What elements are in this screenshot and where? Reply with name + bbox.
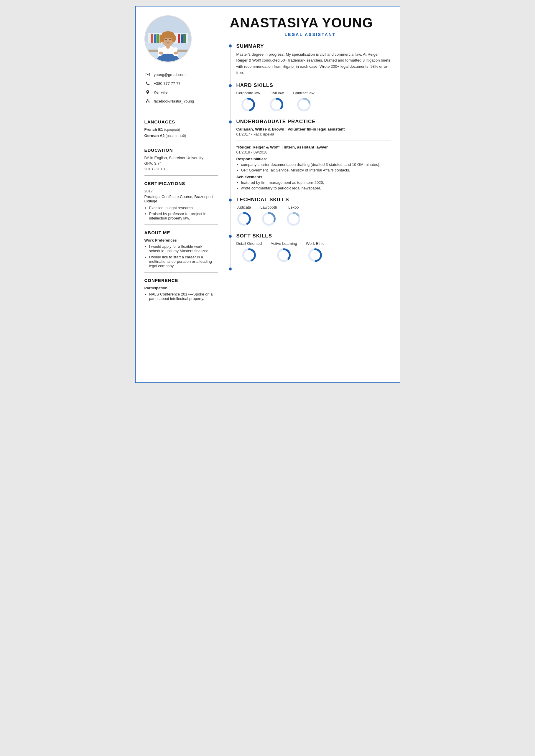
phone-value: +380 777 77 77: [154, 81, 181, 86]
job-title: LEGAL ASSISTANT: [230, 32, 391, 37]
tech-skill-3-label: Lexoo: [288, 205, 298, 209]
conference-section: CONFERENCE Participation NALS Conference…: [136, 278, 224, 301]
certifications-title: CERTIFICATIONS: [144, 181, 218, 186]
soft-skill-3-chart: [307, 248, 323, 263]
cert-bullet-1: Excelled in legal research.: [149, 206, 218, 210]
location-item: Kerrville: [144, 89, 218, 95]
timeline-dot-summary: [229, 44, 232, 47]
right-column: ANASTASIYA YOUNG LEGAL ASSISTANT SUMMARY…: [224, 7, 400, 382]
soft-skill-3-label: Work Ethic: [306, 241, 324, 246]
profile-photo: [144, 15, 192, 63]
achievements-title: Achievements:: [237, 175, 391, 179]
hard-skill-1-chart: [240, 97, 256, 112]
soft-skills-title: SOFT SKILLS: [237, 233, 391, 239]
phone-icon: [144, 80, 151, 87]
practice-1-employer: Callanan, Wiltse & Brown | Volunteer fil…: [237, 127, 391, 131]
hard-skill-3-label: Contract law: [293, 91, 314, 95]
education-section: EDUCATION BA in English, Schreiner Unive…: [136, 148, 224, 171]
svg-rect-5: [156, 34, 159, 43]
practice-divider: [237, 141, 391, 141]
soft-skill-1: Detail Oriented: [237, 241, 262, 263]
practice-position-2: "Reiger, Reiger & Wolf" | Intern, assist…: [237, 145, 391, 190]
language-2-lang: German A2: [144, 133, 165, 138]
bottom-spacer: [237, 265, 391, 270]
conf-part-title: Participation: [144, 286, 218, 290]
language-item-1: French B1 (средний): [144, 127, 218, 132]
resp-1: company charter documentation drafting (…: [241, 162, 391, 167]
email-value: young@gmail.com: [154, 72, 186, 77]
soft-skill-3: Work Ethic: [306, 241, 324, 263]
timeline-dot-soft: [229, 235, 232, 238]
cert-year: 2017: [144, 189, 218, 193]
languages-section: LANGUAGES French B1 (средний) German A2 …: [136, 119, 224, 138]
about-me-title: ABOUT ME: [144, 230, 218, 235]
divider-3: [144, 175, 218, 176]
timeline-dot-bottom: [229, 267, 232, 270]
tech-skill-2-label: Lawbooth: [261, 205, 277, 209]
cert-name: Paralegal Certificate Course, Brazosport…: [144, 195, 218, 203]
candidate-name: ANASTASIYA YOUNG: [230, 15, 391, 30]
summary-title: SUMMARY: [237, 43, 391, 49]
about-bullet-2: I would like to start a career in a mult…: [149, 255, 218, 268]
hard-skills-section: HARD SKILLS Corporate law Civil law: [237, 83, 391, 112]
svg-point-17: [171, 35, 176, 42]
left-column: young@gmail.com +380 777 77 77 Kerrville…: [136, 7, 224, 382]
soft-skill-1-chart: [241, 248, 257, 263]
svg-rect-9: [183, 34, 186, 43]
svg-line-28: [148, 101, 149, 102]
soft-skills-section: SOFT SKILLS Detail Oriented Active Learn…: [237, 233, 391, 263]
conf-bullet-1: NALS Conference 2017—Spoke on a panel ab…: [149, 292, 218, 301]
education-title: EDUCATION: [144, 148, 218, 152]
timeline-dot-hard-skills: [229, 84, 232, 87]
edu-degree: BA in English, Schreiner University: [144, 155, 218, 160]
technical-skills-grid: Judicata Lawbooth Le: [237, 205, 391, 227]
hard-skill-1: Corporate law: [237, 91, 260, 112]
social-item: facebook/Nastia_Young: [144, 98, 218, 104]
tech-skill-1-label: Judicata: [237, 205, 251, 209]
hard-skills-title: HARD SKILLS: [237, 83, 391, 88]
svg-rect-4: [154, 35, 155, 43]
edu-gpa: GPA: 3,74: [144, 161, 218, 166]
svg-rect-3: [151, 34, 153, 43]
soft-skills-grid: Detail Oriented Active Learning: [237, 241, 391, 263]
hard-skill-1-label: Corporate law: [237, 91, 260, 95]
social-icon: [144, 98, 151, 104]
tech-skill-1-chart: [237, 211, 252, 227]
responsibilities-title: Responsibilities:: [237, 157, 391, 161]
conf-bullets: NALS Conference 2017—Spoke on a panel ab…: [144, 292, 218, 301]
practice-position-1: Callanan, Wiltse & Brown | Volunteer fil…: [237, 127, 391, 136]
email-item: young@gmail.com: [144, 71, 218, 78]
svg-point-23: [174, 52, 178, 55]
practice-title: UNDERGRADUATE PRACTICE: [237, 119, 391, 124]
divider-4: [144, 225, 218, 225]
conference-title: CONFERENCE: [144, 278, 218, 283]
practice-2-employer: "Reiger, Reiger & Wolf" | Intern, assist…: [237, 145, 391, 149]
hard-skill-2-chart: [269, 97, 284, 112]
divider-5: [144, 272, 218, 273]
language-1-lang: French B1: [144, 127, 163, 132]
about-pref-title: Work Preferences: [144, 238, 218, 242]
resume-container: young@gmail.com +380 777 77 77 Kerrville…: [135, 6, 400, 383]
summary-section: SUMMARY Master's degree in progress. My …: [237, 43, 391, 76]
timeline-dot-practice: [229, 121, 232, 123]
social-value: facebook/Nastia_Young: [154, 99, 194, 103]
hard-skill-3: Contract law: [293, 91, 314, 112]
languages-title: LANGUAGES: [144, 119, 218, 124]
soft-skill-2-chart: [276, 248, 292, 263]
svg-point-26: [149, 102, 150, 102]
practice-section: UNDERGRADUATE PRACTICE Callanan, Wiltse …: [237, 119, 391, 190]
svg-point-24: [147, 99, 148, 101]
technical-skills-section: TECHNICAL SKILLS Judicata Lawbooth: [237, 197, 391, 227]
responsibilities-list: company charter documentation drafting (…: [237, 162, 391, 172]
edu-years: 2013 - 2018: [144, 167, 218, 171]
location-value: Kerrville: [154, 90, 168, 94]
svg-rect-8: [181, 35, 183, 43]
language-2-level: (начальный): [166, 134, 186, 138]
photo-area: [136, 7, 224, 68]
svg-point-25: [146, 102, 147, 102]
divider-1: [144, 114, 218, 114]
soft-skill-2-label: Active Learning: [270, 241, 297, 246]
soft-skill-1-label: Detail Oriented: [237, 241, 262, 246]
tech-skill-2: Lawbooth: [261, 205, 277, 227]
tech-skill-3: Lexoo: [286, 205, 301, 227]
